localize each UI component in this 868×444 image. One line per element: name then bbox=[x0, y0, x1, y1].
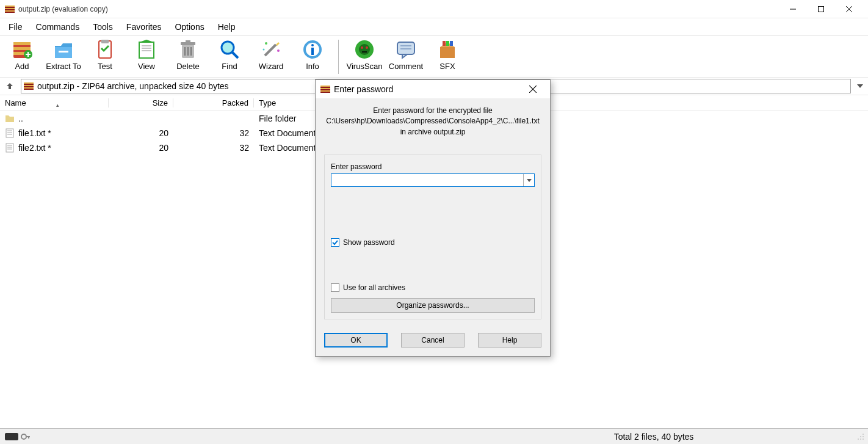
toolbar-add[interactable]: Add bbox=[4, 37, 40, 71]
svg-point-33 bbox=[263, 49, 265, 51]
help-button[interactable]: Help bbox=[478, 333, 541, 348]
svg-rect-10 bbox=[13, 47, 31, 50]
menu-help[interactable]: Help bbox=[212, 20, 242, 34]
toolbar-view[interactable]: View bbox=[128, 37, 165, 71]
svg-rect-15 bbox=[59, 51, 68, 53]
test-icon bbox=[94, 38, 116, 60]
menu-options[interactable]: Options bbox=[168, 20, 210, 34]
svg-point-70 bbox=[863, 436, 864, 437]
toolbar-virusscan[interactable]: VirusScan bbox=[346, 37, 383, 71]
col-name[interactable]: Name▴ bbox=[0, 98, 109, 107]
password-dialog: Enter password Enter password for the en… bbox=[315, 79, 551, 357]
close-button[interactable] bbox=[835, 0, 863, 18]
svg-point-41 bbox=[366, 46, 368, 49]
password-dropdown-button[interactable] bbox=[523, 174, 534, 186]
svg-line-29 bbox=[265, 45, 276, 56]
svg-rect-49 bbox=[443, 41, 446, 46]
toolbar-comment[interactable]: Comment bbox=[388, 37, 424, 71]
col-packed[interactable]: Packed bbox=[173, 98, 254, 107]
svg-rect-1 bbox=[5, 5, 15, 7]
toolbar-find-label: Find bbox=[222, 62, 237, 71]
toolbar-delete[interactable]: Delete bbox=[170, 37, 206, 71]
menu-commands[interactable]: Commands bbox=[30, 20, 86, 34]
toolbar-info[interactable]: Info bbox=[294, 37, 331, 71]
password-field[interactable] bbox=[331, 174, 523, 186]
extract-icon bbox=[52, 38, 74, 60]
svg-rect-9 bbox=[13, 42, 31, 45]
menu-tools[interactable]: Tools bbox=[87, 20, 119, 34]
svg-rect-50 bbox=[446, 41, 449, 46]
folder-up-icon bbox=[5, 114, 15, 123]
svg-rect-53 bbox=[24, 82, 34, 84]
svg-point-32 bbox=[277, 49, 280, 52]
status-icons bbox=[0, 432, 122, 441]
up-arrow-icon bbox=[5, 82, 14, 90]
window-title: output.zip (evaluation copy) bbox=[18, 5, 779, 13]
use-for-all-checkbox[interactable]: Use for all archives bbox=[331, 283, 535, 292]
dialog-close-button[interactable] bbox=[521, 80, 545, 98]
svg-rect-2 bbox=[5, 8, 15, 9]
add-icon bbox=[11, 38, 33, 60]
info-icon bbox=[302, 38, 324, 60]
svg-marker-44 bbox=[402, 54, 407, 58]
cancel-button[interactable]: Cancel bbox=[401, 333, 465, 348]
up-button[interactable] bbox=[2, 79, 17, 93]
menu-bar: File Commands Tools Favorites Options He… bbox=[0, 18, 868, 35]
svg-rect-54 bbox=[24, 85, 34, 86]
svg-point-71 bbox=[858, 439, 859, 440]
svg-rect-60 bbox=[6, 144, 13, 152]
svg-point-31 bbox=[265, 42, 267, 45]
resize-grip-icon[interactable] bbox=[856, 432, 866, 442]
menu-file[interactable]: File bbox=[2, 20, 29, 34]
svg-rect-76 bbox=[320, 88, 330, 89]
dialog-message: Enter password for the encrypted file C:… bbox=[324, 106, 541, 137]
toolbar-test[interactable]: Test bbox=[87, 37, 123, 71]
svg-rect-51 bbox=[450, 41, 453, 46]
wizard-icon bbox=[260, 38, 282, 60]
checkbox-unchecked-icon bbox=[331, 283, 339, 292]
svg-point-73 bbox=[863, 439, 864, 440]
toolbar-test-label: Test bbox=[98, 62, 112, 71]
toolbar-view-label: View bbox=[138, 62, 155, 71]
view-icon bbox=[136, 38, 157, 60]
svg-rect-3 bbox=[5, 10, 15, 12]
toolbar-info-label: Info bbox=[306, 62, 319, 71]
organize-passwords-button[interactable]: Organize passwords... bbox=[331, 298, 535, 313]
minimize-button[interactable] bbox=[779, 0, 807, 18]
chevron-down-icon bbox=[857, 84, 863, 88]
toolbar-extract-to[interactable]: Extract To bbox=[45, 37, 82, 71]
show-password-checkbox[interactable]: Show password bbox=[331, 238, 535, 247]
svg-rect-64 bbox=[5, 433, 18, 440]
title-bar: output.zip (evaluation copy) bbox=[0, 0, 868, 18]
menu-favorites[interactable]: Favorites bbox=[120, 20, 168, 34]
svg-point-68 bbox=[863, 434, 864, 435]
ok-button[interactable]: OK bbox=[324, 333, 388, 348]
address-dropdown[interactable] bbox=[855, 84, 866, 88]
sort-indicator-icon: ▴ bbox=[56, 102, 59, 108]
text-file-icon bbox=[5, 128, 15, 138]
dialog-title: Enter password bbox=[334, 84, 521, 94]
checkbox-checked-icon bbox=[331, 238, 339, 247]
svg-line-28 bbox=[232, 52, 238, 58]
toolbar-find[interactable]: Find bbox=[211, 37, 248, 71]
svg-point-36 bbox=[311, 44, 314, 46]
toolbar-add-label: Add bbox=[15, 62, 29, 71]
svg-point-65 bbox=[21, 434, 26, 439]
password-label: Enter password bbox=[331, 162, 535, 171]
toolbar-extract-label: Extract To bbox=[46, 62, 81, 71]
winrar-icon bbox=[320, 84, 330, 94]
delete-icon bbox=[177, 38, 199, 60]
password-input[interactable] bbox=[331, 173, 535, 187]
sfx-icon bbox=[436, 38, 458, 60]
svg-rect-75 bbox=[320, 86, 330, 87]
toolbar: Add Extract To Test View Delete Find Wiz… bbox=[0, 35, 868, 77]
maximize-button[interactable] bbox=[807, 0, 835, 18]
col-size[interactable]: Size bbox=[109, 98, 173, 107]
toolbar-comment-label: Comment bbox=[389, 62, 423, 71]
svg-rect-56 bbox=[6, 129, 13, 137]
address-text: output.zip - ZIP64 archive, unpacked siz… bbox=[37, 81, 229, 91]
chevron-down-icon bbox=[527, 179, 532, 182]
text-file-icon bbox=[5, 143, 15, 153]
toolbar-sfx[interactable]: SFX bbox=[429, 37, 466, 71]
toolbar-wizard[interactable]: Wizard bbox=[253, 37, 289, 71]
